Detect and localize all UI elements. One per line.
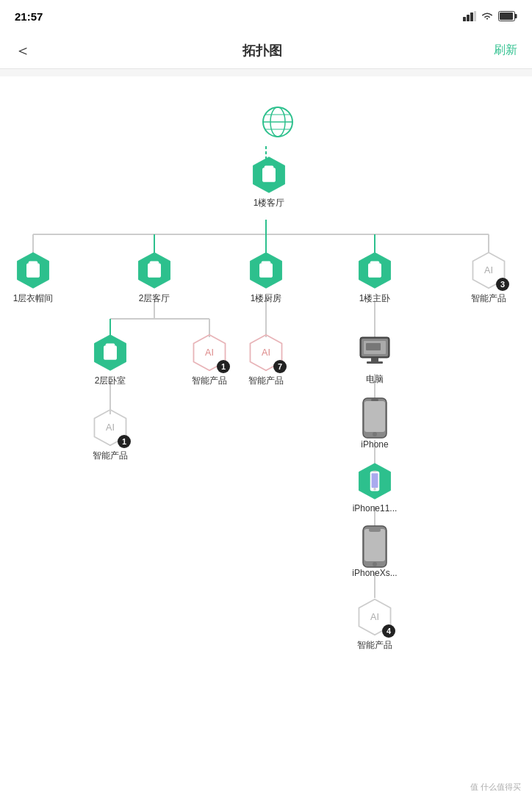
hex-icon-smart-kitchen: AI 7 [247,334,285,372]
node-label-1f-living: 1楼客厅 [254,197,285,209]
node-label-wardrobe: 1层衣帽间 [13,292,54,305]
hex-icon-kitchen [247,251,285,289]
badge-smart-bedroom: 1 [118,435,131,448]
hex-icon-2f-living [135,251,173,289]
node-label-smart-4: 智能产品 [357,639,392,652]
svg-rect-36 [29,261,38,264]
svg-rect-39 [150,261,159,264]
tree-container: 1楼客厅 1层衣帽间 2层客厅 [0,91,532,789]
svg-rect-66 [371,399,378,401]
node-label-smart-kitchen: 智能产品 [248,375,284,387]
battery-icon [498,11,517,21]
node-smart-4[interactable]: AI 4 智能产品 [345,598,404,652]
hex-icon-2f-bedroom [91,334,129,372]
svg-rect-38 [148,263,161,278]
iphone-icon [356,400,393,436]
svg-rect-35 [26,263,40,278]
badge-smart-kitchen: 7 [273,360,287,373]
svg-point-75 [373,562,377,566]
svg-rect-42 [262,261,271,264]
svg-rect-44 [368,263,381,278]
status-time: 21:57 [15,10,43,23]
svg-rect-33 [265,165,274,168]
node-iphonexs[interactable]: iPhoneXs... [345,528,404,578]
node-2f-bedroom[interactable]: 2层卧室 [81,334,140,387]
computer-icon [356,334,393,370]
hex-icon-smart-bedroom: AI 1 [91,408,129,447]
status-bar: 21:57 [0,0,532,32]
svg-rect-3 [474,11,476,21]
topology-map: 1楼客厅 1层衣帽间 2层客厅 [0,76,532,800]
node-computer[interactable]: 电脑 [345,334,404,386]
node-label-iphone: iPhone [361,439,388,450]
wifi-icon [481,11,494,21]
svg-rect-73 [364,529,385,561]
svg-point-70 [373,488,376,491]
node-label-smart-2f: 智能产品 [192,375,227,387]
svg-rect-5 [515,14,517,18]
svg-rect-45 [370,261,380,264]
status-icons [463,11,517,21]
badge-smart-4: 4 [382,624,395,638]
signal-icon [463,11,476,21]
hex-icon-iphone11 [356,462,394,500]
svg-text:AI: AI [205,347,214,358]
svg-rect-32 [262,167,276,182]
svg-rect-60 [366,343,381,350]
hex-icon-smart-tr: AI 3 [470,251,508,289]
node-iphone11[interactable]: iPhone11... [345,462,404,513]
node-2f-living[interactable]: 2层客厅 [125,251,184,305]
node-1f-kitchen[interactable]: 1楼厨房 [237,251,295,305]
svg-rect-1 [467,15,470,21]
badge-smart-2f: 1 [217,360,230,373]
node-1f-bedroom[interactable]: 1楼主卧 [345,251,404,305]
node-iphone[interactable]: iPhone [345,400,404,450]
page-title: 拓扑图 [242,42,282,60]
nav-bar: ＜ 拓扑图 刷新 [0,32,532,69]
hex-icon-wardrobe [14,251,52,289]
node-label-2f-living: 2层客厅 [139,292,170,305]
node-label-2f-bedroom: 2层卧室 [95,375,126,387]
node-label-iphone11: iPhone11... [353,503,398,513]
svg-text:AI: AI [484,265,493,275]
hex-icon-1f-living [250,156,288,194]
badge-smart-tr: 3 [496,278,509,291]
svg-text:AI: AI [262,347,270,358]
node-smart-2f[interactable]: AI 1 智能产品 [180,334,239,387]
svg-rect-0 [463,17,466,21]
hex-icon-smart-2f: AI 1 [190,334,229,372]
node-1f-living[interactable]: 1楼客厅 [240,156,298,209]
iphonexs-icon [356,528,393,565]
svg-rect-50 [106,343,115,346]
node-smart-kitchen[interactable]: AI 7 智能产品 [237,334,295,387]
svg-rect-41 [259,263,273,278]
back-button[interactable]: ＜ [15,40,31,62]
node-label-iphonexs: iPhoneXs... [352,568,397,578]
svg-text:AI: AI [106,422,115,433]
refresh-button[interactable]: 刷新 [494,43,517,58]
node-label-smart-tr: 智能产品 [471,292,506,305]
node-smart-bedroom[interactable]: AI 1 智能产品 [81,408,140,462]
node-smart-top-right[interactable]: AI 3 智能产品 [459,251,518,305]
node-label-computer: 电脑 [366,373,384,386]
svg-rect-69 [372,473,378,488]
node-label-bedroom: 1楼主卧 [359,292,391,305]
svg-rect-74 [369,528,381,532]
footer-watermark: 值 什么值得买 [470,782,521,793]
node-label-kitchen: 1楼厨房 [251,292,282,305]
svg-rect-2 [470,12,473,21]
hex-icon-smart-4: AI 4 [356,598,394,636]
watermark-text: 值 什么值得买 [470,782,521,791]
svg-text:AI: AI [370,612,379,622]
svg-rect-58 [367,361,383,364]
svg-rect-6 [500,12,513,20]
globe-node[interactable] [248,106,307,138]
svg-rect-49 [104,345,117,360]
svg-rect-71 [373,471,376,472]
svg-point-65 [373,432,377,436]
globe-icon [262,106,294,138]
svg-rect-64 [364,401,385,432]
node-1f-wardrobe[interactable]: 1层衣帽间 [4,251,62,305]
node-label-smart-bedroom: 智能产品 [93,450,128,462]
hex-icon-bedroom [356,251,394,289]
